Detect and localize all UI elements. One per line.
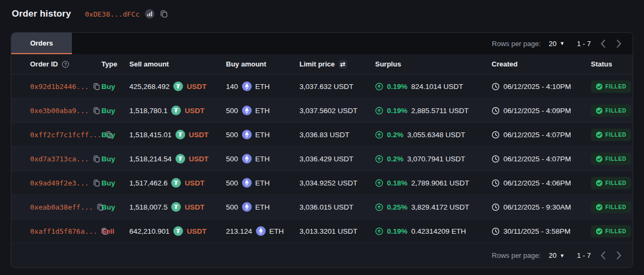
status-cell: FILLED [591,80,633,93]
buy-amount-cell: 500 ETH [226,130,299,139]
surplus-cell: 0.19% 2,885.5711 USDT [375,107,492,115]
table-row: 0x9ad49f2e3... Buy 1,517,462.6 ₮ USDT 50… [11,171,633,195]
rows-per-page-select[interactable]: 20 ▼ [549,40,565,48]
pagination-bottom: Rows per page: 20 ▼ 1 - 7 [492,250,633,261]
next-page-button[interactable] [615,38,623,49]
rows-per-page-value: 20 [549,40,557,48]
surplus-percent: 0.25% [387,203,407,211]
usdt-token-icon: ₮ [175,130,185,139]
order-id-link[interactable]: 0x92d1b2446... [30,83,89,91]
buy-amount: 500 [226,131,238,139]
sell-token-symbol[interactable]: USDT [185,179,204,187]
table-row: 0xff2cf7c1fcff... Buy 1,518,415.01 ₮ USD… [11,123,633,147]
tab-orders-label: Orders [30,39,53,47]
table-footer: Rows per page: 20 ▼ 1 - 7 [11,243,633,267]
prev-page-button[interactable] [599,250,607,261]
surplus-amount: 0.42314209 ETH [411,227,466,235]
type-cell: Buy [101,107,129,115]
surplus-amount: 2,789.9061 USDT [411,179,469,187]
order-id-link[interactable]: 0xaff1d5f876a... [30,227,97,235]
type-cell: Buy [101,83,129,91]
surplus-percent: 0.2% [387,155,404,163]
buy-token-symbol: ETH [255,179,270,187]
pagination-top: Rows per page: 20 ▼ 1 - 7 [492,33,633,54]
account-address-link[interactable]: 0xDE38...dFCc [85,10,140,18]
order-id-link[interactable]: 0xe3b00aba9... [30,107,89,115]
table-row: 0xeab0a38eff... Buy 1,518,007.5 ₮ USDT 5… [11,195,633,219]
help-icon[interactable]: ? [62,61,69,68]
surplus-up-icon [375,155,383,163]
buy-amount-cell: 500 ETH [226,202,299,212]
svg-text:₮: ₮ [178,131,182,138]
surplus-cell: 0.18% 2,789.9061 USDT [375,179,492,187]
tab-orders[interactable]: Orders [11,33,72,54]
sell-token-symbol[interactable]: USDT [187,83,207,91]
eth-token-icon [242,81,252,91]
column-type: Type [101,60,129,68]
copy-order-id-icon[interactable] [93,179,100,187]
copy-order-id-icon[interactable] [93,83,100,91]
invert-price-icon[interactable]: ⇄ [339,60,347,69]
table-row: 0x92d1b2446... Buy 425,268.492 ₮ USDT 14… [11,75,633,99]
status-badge: FILLED [591,153,631,165]
usdt-token-icon: ₮ [171,178,181,188]
type-cell: Buy [101,203,129,211]
sell-amount: 1,518,007.5 [129,203,167,211]
limit-price: 3,013.3201 USDT [299,227,357,235]
order-type: Buy [101,203,115,211]
buy-amount-cell: 213.124 ETH [226,226,299,236]
order-type: Buy [101,179,115,187]
buy-token-symbol: ETH [255,203,270,211]
limit-price: 3,036.83 USDT [299,131,349,139]
eth-token-icon [242,178,252,188]
sell-amount-cell: 642,210.901 ₮ USDT [129,226,226,236]
caret-down-icon: ▼ [560,253,565,258]
sell-token-symbol[interactable]: USDT [187,227,207,235]
rows-per-page-select[interactable]: 20 ▼ [549,251,565,259]
page: Order history 0xDE38...dFCc Orders Rows … [0,0,644,275]
prev-page-button[interactable] [599,38,607,49]
page-title: Order history [12,9,71,19]
order-id-link[interactable]: 0xff2cf7c1fcff... [30,131,101,139]
sell-amount: 642,210.901 [129,227,170,235]
created-date: 06/12/2025 - 4:07PM [503,131,571,139]
order-id-cell: 0xd7a3713ca... [30,155,101,163]
copy-address-icon[interactable] [160,10,168,18]
buy-amount: 213.124 [226,227,252,235]
usdt-token-icon: ₮ [175,154,185,163]
surplus-amount: 2,885.5711 USDT [411,107,469,115]
created-date: 06/12/2025 - 4:06PM [503,179,571,187]
sell-amount-cell: 1,518,007.5 ₮ USDT [129,202,226,212]
copy-order-id-icon[interactable] [93,155,100,163]
created-cell: 06/12/2025 - 9:30AM [492,203,591,211]
next-page-button[interactable] [615,250,623,261]
buy-amount-cell: 500 ETH [226,106,299,115]
column-limit-price: Limit price ⇄ [299,60,375,69]
buy-amount: 500 [226,203,238,211]
status-label: FILLED [605,156,626,162]
etherscan-icon[interactable] [145,9,155,19]
sell-token-symbol[interactable]: USDT [189,131,209,139]
order-id-link[interactable]: 0xd7a3713ca... [30,155,89,163]
buy-amount: 500 [226,155,238,163]
table-row: 0xaff1d5f876a... Sell 642,210.901 ₮ USDT… [11,219,633,243]
order-id-cell: 0xff2cf7c1fcff... [30,131,101,139]
sell-token-symbol[interactable]: USDT [185,203,204,211]
created-cell: 06/12/2025 - 4:07PM [492,131,591,139]
check-circle-icon [596,155,603,162]
check-circle-icon [596,228,603,235]
buy-token-symbol: ETH [255,107,270,115]
svg-text:₮: ₮ [176,83,180,90]
status-badge: FILLED [591,129,631,141]
copy-order-id-icon[interactable] [93,107,100,115]
order-id-link[interactable]: 0x9ad49f2e3... [30,179,89,187]
order-id-link[interactable]: 0xeab0a38eff... [30,203,93,211]
sell-token-symbol[interactable]: USDT [189,155,209,163]
column-status: Status [591,60,633,68]
created-cell: 30/11/2025 - 3:58PM [492,227,591,235]
buy-amount: 500 [226,107,238,115]
column-created: Created [492,60,591,68]
status-badge: FILLED [591,225,631,237]
sell-token-symbol[interactable]: USDT [185,107,204,115]
eth-token-icon [242,130,252,139]
